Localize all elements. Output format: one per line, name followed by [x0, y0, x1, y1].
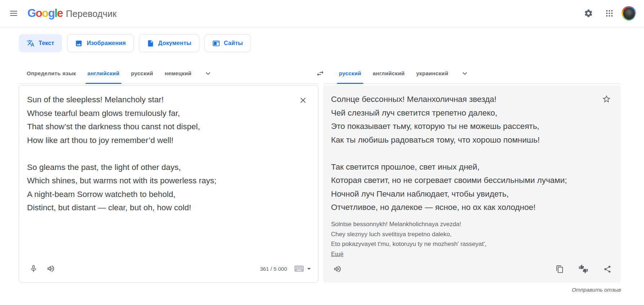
- input-tools-selector[interactable]: [292, 265, 313, 272]
- target-lang-ukrainian[interactable]: украинский: [410, 63, 454, 84]
- source-line: That show’st the darkness thou canst not…: [27, 120, 295, 134]
- translate-icon: [27, 39, 35, 47]
- target-line: Которая светит, но не согревает своими б…: [331, 174, 598, 187]
- avatar-photo: [623, 8, 635, 19]
- tab-text[interactable]: Текст: [19, 34, 62, 52]
- transliteration-block: Solntse bessonnykh! Melankholichnaya zve…: [331, 219, 599, 259]
- keyboard-dropdown-icon: [307, 268, 311, 270]
- header: Google Переводчик: [0, 0, 644, 27]
- transliteration-line: Chey sleznyy luch svetitsya trepetno dal…: [331, 229, 599, 239]
- source-more-languages-button[interactable]: [199, 65, 217, 82]
- product-title: Переводчик: [66, 9, 117, 19]
- translation-result-panel: Солнце бессонных! Меланхоличная звезда! …: [323, 85, 621, 283]
- copy-translation-button[interactable]: [551, 260, 568, 278]
- document-icon: [147, 40, 154, 47]
- apps-grid-icon: [605, 9, 614, 18]
- settings-button[interactable]: [580, 5, 597, 22]
- speaker-icon: [333, 265, 342, 273]
- source-lang-russian[interactable]: русский: [125, 63, 159, 84]
- target-line: [331, 147, 598, 160]
- source-lang-english[interactable]: английский: [82, 63, 125, 84]
- chevron-down-icon: [460, 69, 469, 78]
- tab-websites-label: Сайты: [224, 40, 243, 46]
- listen-source-button[interactable]: [42, 260, 59, 277]
- translation-mode-tabs: Текст Изображения Документы Сайты: [19, 34, 251, 52]
- google-apps-button[interactable]: [601, 5, 618, 22]
- hamburger-icon: [10, 9, 17, 17]
- translation-actions: [551, 260, 616, 278]
- source-language-bar: Определить язык английский русский немец…: [19, 63, 318, 84]
- target-panel-footer: [329, 260, 616, 278]
- target-lang-russian[interactable]: русский: [333, 63, 367, 84]
- app-logo[interactable]: Google Переводчик: [27, 7, 116, 20]
- share-icon: [603, 265, 612, 273]
- rate-translation-button[interactable]: [575, 260, 592, 278]
- copy-icon: [556, 265, 564, 273]
- image-icon: [75, 40, 83, 47]
- google-logo: Google: [27, 7, 63, 20]
- speaker-icon: [47, 264, 55, 273]
- target-line: Так светится прошлое, свет иных дней,: [331, 160, 598, 174]
- source-line: Sun of the sleepless! Melancholy star!: [27, 93, 295, 107]
- target-more-languages-button[interactable]: [456, 65, 473, 82]
- google-translate-page: Google Переводчик Текст Изображения Доку…: [0, 0, 644, 305]
- tab-documents-label: Документы: [158, 40, 191, 46]
- source-lang-detect[interactable]: Определить язык: [21, 63, 82, 84]
- target-line: Ночной луч Печали наблюдает, чтобы увиде…: [331, 187, 598, 201]
- source-line: [27, 147, 295, 161]
- translated-text: Солнце бессонных! Меланхоличная звезда! …: [331, 93, 598, 214]
- microphone-icon: [29, 264, 38, 273]
- source-line: So gleams the past, the light of other d…: [27, 161, 295, 174]
- target-line: Солнце бессонных! Меланхоличная звезда!: [331, 93, 598, 106]
- source-text-input[interactable]: Sun of the sleepless! Melancholy star! W…: [27, 93, 295, 215]
- website-icon: [212, 40, 220, 47]
- header-actions: [580, 5, 636, 22]
- source-line: A night-beam Sorrow watcheth to behold,: [27, 188, 295, 201]
- thumbs-up-down-icon: [578, 264, 588, 274]
- tab-websites[interactable]: Сайты: [204, 34, 251, 52]
- transliteration-line: Eto pokazyvayet t'mu, kotoruyu ty ne moz…: [331, 239, 599, 249]
- transliteration-line: Solntse bessonnykh! Melankholichnaya zve…: [331, 219, 599, 229]
- show-more-link[interactable]: Ещё: [331, 249, 344, 259]
- target-lang-english[interactable]: английский: [367, 63, 411, 84]
- target-language-bar: русский английский украинский: [323, 63, 621, 84]
- listen-translation-button[interactable]: [329, 260, 346, 278]
- gear-icon: [584, 9, 593, 18]
- source-text-panel: Sun of the sleepless! Melancholy star! W…: [19, 85, 318, 283]
- close-icon: [299, 96, 308, 105]
- target-line: Это показывает тьму, которую ты не можеш…: [331, 120, 598, 133]
- character-count: 361 / 5 000: [260, 266, 287, 272]
- voice-input-button[interactable]: [25, 260, 42, 277]
- tab-text-label: Текст: [39, 40, 54, 46]
- target-line: Чей слезный луч светится трепетно далеко…: [331, 106, 598, 120]
- target-line: Как ты любишь радоваться тому, что хорош…: [331, 133, 598, 147]
- tab-images-label: Изображения: [87, 40, 125, 46]
- send-feedback-link[interactable]: Отправить отзыв: [572, 287, 621, 293]
- source-line: Whose tearful beam glows tremulously far…: [27, 107, 295, 120]
- keyboard-icon: [294, 265, 304, 272]
- source-lang-german[interactable]: немецкий: [159, 63, 197, 84]
- tab-images[interactable]: Изображения: [67, 34, 133, 52]
- source-line: Which shines, but warms not with its pow…: [27, 174, 295, 188]
- source-line: Distinct, but distant — clear, but oh, h…: [27, 201, 295, 215]
- tab-documents[interactable]: Документы: [139, 34, 199, 52]
- user-avatar[interactable]: [622, 6, 636, 21]
- clear-source-text-button[interactable]: [294, 91, 312, 109]
- chevron-down-icon: [204, 69, 212, 78]
- save-translation-button[interactable]: [598, 90, 615, 108]
- source-panel-footer: 361 / 5 000: [25, 259, 313, 278]
- source-line: How like art thou to joy remember’d well…: [27, 134, 295, 147]
- target-line: Отчетливое, но далекое — ясное, но ох ка…: [331, 201, 598, 214]
- star-outline-icon: [602, 94, 611, 104]
- share-translation-button[interactable]: [599, 260, 616, 278]
- main-menu-button[interactable]: [5, 5, 22, 22]
